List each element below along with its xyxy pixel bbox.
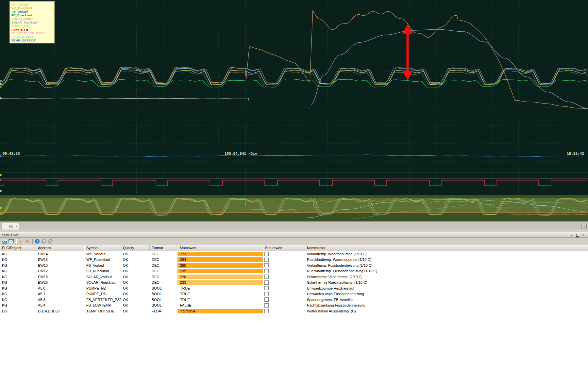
cell-statuswert: 239	[177, 268, 263, 274]
cell-steuerwert	[263, 303, 305, 308]
cell-quality: OK	[121, 303, 150, 307]
steuerwert-checkbox[interactable]	[264, 275, 269, 279]
cell-format: BOOL	[150, 298, 177, 302]
column-header-address[interactable]: Address	[36, 245, 84, 251]
status-value: 239	[177, 269, 263, 273]
table-row[interactable]: KGA5.4FB_LOWTEMPOKBOOLFALSENachtabsenkun…	[0, 303, 588, 309]
cell-plc-project: KG	[0, 275, 36, 279]
cell-statuswert: 273	[177, 251, 263, 257]
tab-scroll-button[interactable]: ▼	[581, 224, 587, 229]
cell-kommentar: Ruecklauftemp. Waermepumpe (1/10 C)	[305, 258, 588, 262]
cell-quality: OK	[121, 269, 150, 273]
steuerwert-checkbox[interactable]	[264, 309, 269, 313]
column-header-quality[interactable]: Quality	[121, 245, 150, 251]
cell-steuerwert	[263, 275, 305, 279]
status-value: TRUE	[177, 292, 263, 296]
cell-symbol: FB_LOWTEMP	[84, 303, 121, 307]
time-end-label: 18:13:42	[567, 151, 584, 156]
cell-statuswert: TRUE	[177, 297, 263, 302]
column-header-kommentar[interactable]: Kommentar	[305, 245, 588, 251]
status-value: TRUE	[177, 297, 263, 302]
app-window: WP_VorlaufWP_RuecklaufFB_VorlaufFB_Rueck…	[0, 0, 588, 365]
cell-kommentar: Vorlauftemp. Waermepumpe (1/10 C)	[305, 252, 588, 256]
panel-pin-icon[interactable]	[575, 233, 580, 237]
step-icon[interactable]	[47, 239, 53, 244]
cell-plc-project: KG	[0, 298, 36, 302]
cell-symbol: FB_Vorlauf	[84, 263, 121, 267]
cell-quality: OK	[121, 275, 150, 279]
trend-plot[interactable]	[0, 0, 588, 221]
cell-format: DEC	[150, 269, 177, 273]
legend-item: FB_LOWTEMP	[11, 35, 53, 39]
steuerwert-checkbox[interactable]	[264, 286, 269, 290]
clock-icon[interactable]	[34, 239, 40, 244]
steuerwert-checkbox[interactable]	[264, 280, 269, 285]
cell-plc-project: KG	[0, 286, 36, 290]
cell-plc-project: KG	[0, 252, 36, 256]
steuerwert-checkbox[interactable]	[264, 263, 269, 267]
cell-address: EW16	[36, 258, 84, 262]
table-row[interactable]: KGEW12FB_RuecklaufOKDEC239Ruecklauftemp.…	[0, 268, 588, 274]
cell-plc-project: KG	[0, 263, 36, 267]
cell-steuerwert	[263, 309, 305, 313]
steuerwert-checkbox[interactable]	[264, 303, 269, 308]
table-row[interactable]: KGEW20SOLAR_RuecklaufOKDEC233Solarthermi…	[0, 280, 588, 286]
cell-kommentar: Wetterstation Aussentemp. (C)	[305, 309, 588, 313]
table-row[interactable]: DGDB14.DBD38TEMP_OUTSIDEOKFLOAT7.575954W…	[0, 308, 588, 314]
cell-quality: OK	[121, 280, 150, 284]
column-header-plc-project[interactable]: PLC/Project	[0, 245, 36, 251]
cell-plc-project: KG	[0, 280, 36, 284]
cell-symbol: FB_VERTEILER_PSPLY	[84, 298, 121, 302]
table-row[interactable]: KGEW16WP_RuecklaufOKDEC264Ruecklauftemp.…	[0, 257, 588, 263]
table-row[interactable]: KGA5.3FB_VERTEILER_PSPLYOKBOOLTRUESpannu…	[0, 297, 588, 303]
trend-chart[interactable]: WP_VorlaufWP_RuecklaufFB_VorlaufFB_Rueck…	[0, 0, 588, 221]
column-header-steuerwert[interactable]: Steuerwert	[263, 245, 305, 251]
steuerwert-checkbox[interactable]	[264, 252, 269, 256]
trigger-T-icon[interactable]: T	[18, 239, 24, 244]
table-row[interactable]: KGEW14WP_VorlaufOKDEC273Vorlauftemp. Wae…	[0, 251, 588, 257]
cell-format: DEC	[150, 280, 177, 284]
trend-plot-canvas[interactable]	[0, 0, 588, 221]
cell-format: FLOAT	[150, 309, 177, 313]
cell-symbol: SOLAR_Vorlauf	[84, 275, 121, 279]
mail-icon[interactable]	[8, 239, 14, 244]
cell-symbol: PUMPE_FB	[84, 292, 121, 296]
pause-icon[interactable]	[41, 239, 47, 244]
panel-splitter[interactable]	[0, 230, 588, 232]
document-tab[interactable]: ×	[2, 223, 19, 230]
table-header-row: PLC/ProjectAddressSymbolQualityFormatSta…	[0, 245, 588, 251]
cell-format: DEC	[150, 275, 177, 279]
watch-W-icon[interactable]: W	[25, 239, 30, 244]
panel-close-icon[interactable]: ×	[581, 233, 586, 237]
document-tab-icon	[9, 225, 13, 228]
cell-statuswert: 280	[177, 263, 263, 268]
tab-close-icon[interactable]: ×	[16, 225, 18, 228]
table-row[interactable]: KGA5.1PUMPE_FBOKBOOLTRUEUmwaelzpumpe Fus…	[0, 291, 588, 297]
cell-steuerwert	[263, 258, 305, 262]
steuerwert-checkbox[interactable]	[264, 269, 269, 273]
steuerwert-checkbox[interactable]	[264, 297, 269, 302]
legend-item: FB_Ruecklauf	[11, 13, 53, 17]
cell-kommentar: Vorlauftemp. Fussbodenheizung (1/10 C)	[305, 263, 588, 267]
legend-item: PUMPE_FB	[11, 28, 53, 31]
cell-statuswert: FALSE	[177, 303, 263, 308]
cell-plc-project: DG	[0, 309, 36, 313]
legend-item: SOLAR_Vorlauf	[11, 17, 53, 21]
cell-quality: OK	[121, 298, 150, 302]
column-header-symbol[interactable]: Symbol	[84, 245, 121, 251]
steuerwert-checkbox[interactable]	[264, 258, 269, 262]
cell-kommentar: Umwaelzpumpe Heizkreislauf	[305, 286, 588, 290]
monitor-variables-icon[interactable]	[2, 239, 8, 244]
panel-collapse-icon[interactable]: ▼	[569, 233, 574, 237]
legend-item: SOLAR_Ruecklauf	[11, 21, 53, 24]
table-row[interactable]: KGA5.0PUMPE_HZOKBOOLTRUEUmwaelzpumpe Hei…	[0, 285, 588, 291]
table-row[interactable]: KGEW10FB_VorlaufOKDEC280Vorlauftemp. Fus…	[0, 262, 588, 268]
cell-symbol: WP_Vorlauf	[84, 252, 121, 256]
column-header-statuswert[interactable]: Statuswert	[177, 245, 263, 251]
steuerwert-checkbox[interactable]	[264, 292, 269, 296]
table-row[interactable]: KGEW18SOLAR_VorlaufOKDEC220Solarthermie …	[0, 274, 588, 280]
cell-kommentar: Spannungsvers. FB-Verteiler	[305, 298, 588, 302]
status-value: TRUE	[177, 286, 263, 291]
column-header-format[interactable]: Format	[150, 245, 177, 251]
cell-steuerwert	[263, 269, 305, 273]
